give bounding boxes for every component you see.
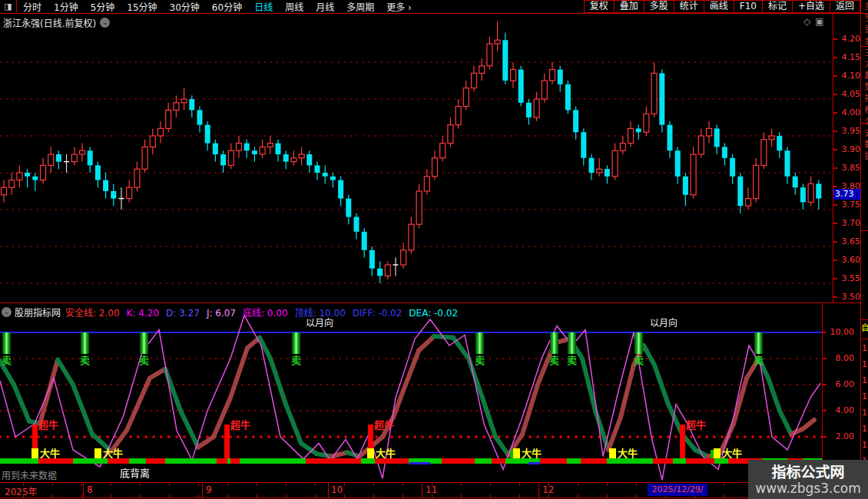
minor-tick <box>344 494 345 497</box>
menu-item-周线[interactable]: 周线 <box>279 0 310 13</box>
toolbar-button-返回[interactable]: 返回 <box>830 0 860 13</box>
menu-item-多周期[interactable]: 多周期 <box>340 0 380 13</box>
right-sidebar-clipped[interactable]: 多空资金主力趋势指标公式数据 自 111111111 <box>860 0 868 499</box>
minor-tick <box>52 483 53 486</box>
layout-split-icon[interactable]: ◨ <box>0 0 17 13</box>
indicator-axis-label: 6.00 <box>828 380 854 389</box>
minor-tick <box>461 494 462 497</box>
indicator-name[interactable]: 股朋指标网 <box>15 306 61 319</box>
indicator-field: 底线: 0.00 <box>243 308 288 319</box>
menu-item-60分钟[interactable]: 60分钟 <box>206 0 248 13</box>
month-boundary-line <box>83 483 84 497</box>
sub-axis-separator <box>822 302 823 482</box>
sell-signal-label: 卖 <box>634 355 644 366</box>
indicator-field: J: 6.07 <box>207 308 236 319</box>
toolbar-button-+自选[interactable]: +自选 <box>792 0 830 13</box>
sell-signal-label: 卖 <box>549 355 559 366</box>
month-label: 8 <box>87 484 93 495</box>
watermark-title: 指标公式网 <box>771 464 844 481</box>
candlestick-chart[interactable] <box>0 14 833 302</box>
indicator-tick <box>823 384 827 385</box>
price-label: 4.10 <box>837 71 860 81</box>
da-niu-bar <box>714 448 721 458</box>
minor-tick <box>169 494 170 497</box>
minor-tick <box>578 494 578 497</box>
sell-signal-bar <box>81 332 89 354</box>
chao-niu-bar <box>224 425 230 458</box>
minor-tick <box>198 494 199 497</box>
toolbar-button-多股[interactable]: 多股 <box>644 0 674 13</box>
top-divergence-label: 以月向 <box>650 316 678 329</box>
minor-tick <box>636 483 637 486</box>
menu-item-分时[interactable]: 分时 <box>17 0 48 13</box>
da-niu-label: 大牛 <box>722 448 742 459</box>
watermark-url: www.zbgs3.com <box>755 481 860 496</box>
da-niu-bar <box>367 448 374 458</box>
indicator-chevron-down-icon[interactable]: ⌄ <box>2 307 12 317</box>
menu-item-30分钟[interactable]: 30分钟 <box>164 0 206 13</box>
period-menu-items: 分时1分钟5分钟15分钟30分钟60分钟日线周线月线多周期更多 › <box>17 0 418 13</box>
minor-tick <box>373 494 374 497</box>
chao-niu-label: 超牛 <box>374 419 394 431</box>
menu-item-1分钟[interactable]: 1分钟 <box>48 0 84 13</box>
sell-signal-label: 卖 <box>475 355 485 366</box>
date-axis[interactable]: 2025年89101112 2025/12/29/— <box>0 482 860 498</box>
indicator-field: 安全线: 2.00 <box>65 308 120 319</box>
chao-niu-bar <box>680 425 685 458</box>
indicator-tick <box>823 410 827 411</box>
chao-niu-label: 超牛 <box>686 419 706 431</box>
indicator-axis-label: 4.00 <box>828 406 854 415</box>
month-label: 2025年 <box>5 484 38 497</box>
sell-signal-bar <box>550 332 558 354</box>
sell-signal-bar <box>140 332 148 354</box>
menu-item-更多 ›[interactable]: 更多 › <box>380 0 418 13</box>
price-label: 4.00 <box>837 108 860 117</box>
month-boundary-line <box>202 483 203 497</box>
da-niu-label: 大牛 <box>522 448 542 459</box>
minor-tick <box>490 494 491 497</box>
toolbar-button-叠加[interactable]: 叠加 <box>614 0 644 13</box>
menu-item-月线[interactable]: 月线 <box>310 0 340 13</box>
menu-item-5分钟[interactable]: 5分钟 <box>84 0 121 13</box>
sell-signal-bar <box>568 332 576 354</box>
da-niu-label: 大牛 <box>618 448 638 459</box>
minor-tick <box>607 483 608 486</box>
sidebar-self-select-label: 自 <box>861 321 868 333</box>
price-label: 3.50 <box>837 292 860 302</box>
chao-niu-label: 超牛 <box>38 419 58 431</box>
sell-signal-label: 卖 <box>2 355 12 366</box>
indicator-chart[interactable]: 卖卖卖卖卖卖卖卖卖超牛超牛超牛超牛大牛大牛大牛大牛大牛大牛 <box>0 302 822 482</box>
minor-tick <box>111 483 111 486</box>
toolbar-button-F10[interactable]: F10 <box>734 0 762 13</box>
future-data-warning: 用到未来数据 <box>2 468 57 481</box>
price-label: 3.55 <box>837 274 860 283</box>
minor-tick <box>315 483 316 486</box>
menu-item-日线[interactable]: 日线 <box>248 0 279 13</box>
da-niu-label: 大牛 <box>40 448 60 459</box>
toolbar-button-统计[interactable]: 统计 <box>674 0 704 13</box>
menu-item-15分钟[interactable]: 15分钟 <box>121 0 163 13</box>
toolbar-button-标记[interactable]: 标记 <box>762 0 792 13</box>
sell-signal-label: 卖 <box>754 355 764 366</box>
minor-tick <box>607 494 608 497</box>
indicator-tick <box>823 436 827 438</box>
minor-tick <box>227 494 228 497</box>
toolbar-button-复权[interactable]: 复权 <box>584 0 614 13</box>
trading-app-window: ◨ 分时1分钟5分钟15分钟30分钟60分钟日线周线月线多周期更多 › 复权叠加… <box>0 0 868 499</box>
last-price-tag: 3.73 <box>833 189 861 200</box>
minor-tick <box>519 494 520 497</box>
indicator-field: DEA: -0.02 <box>409 308 458 319</box>
minor-tick <box>724 483 724 486</box>
month-boundary-line <box>328 483 329 497</box>
minor-tick <box>81 483 82 486</box>
da-niu-bar <box>609 448 616 458</box>
toolbar-button-画线[interactable]: 画线 <box>704 0 734 13</box>
watermark-badge: 指标公式网 www.zbgs3.com <box>748 460 868 499</box>
sell-signal-label: 卖 <box>139 355 149 366</box>
minor-tick <box>578 483 578 486</box>
minor-tick <box>198 483 199 486</box>
indicator-axis-label: 8.00 <box>828 354 854 363</box>
month-label: 10 <box>331 484 343 495</box>
minor-tick <box>286 483 287 486</box>
minor-tick <box>403 494 403 497</box>
